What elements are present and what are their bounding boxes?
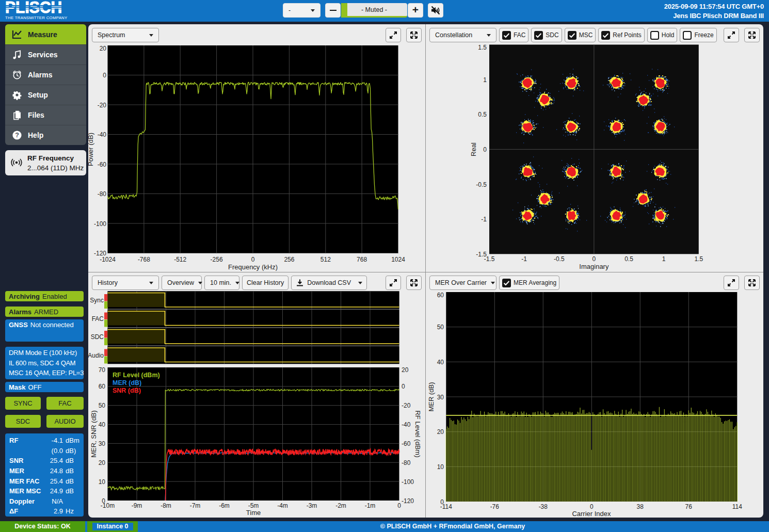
svg-text:-0.5: -0.5 xyxy=(554,255,565,263)
svg-text:0: 0 xyxy=(103,72,106,79)
svg-text:-6m: -6m xyxy=(219,502,230,509)
svg-text:Real: Real xyxy=(470,142,477,156)
svg-text:20: 20 xyxy=(402,366,409,374)
svg-text:-2m: -2m xyxy=(335,502,346,509)
svg-text:40: 40 xyxy=(437,359,444,366)
svg-text:114: 114 xyxy=(732,503,742,510)
svg-text:-114: -114 xyxy=(440,503,452,510)
svg-text:RF Level (dBm): RF Level (dBm) xyxy=(414,410,422,457)
svg-text:Carrier Index: Carrier Index xyxy=(572,510,611,518)
svg-text:SNR (dB): SNR (dB) xyxy=(113,387,141,394)
svg-text:FAC: FAC xyxy=(92,315,104,323)
svg-text:768: 768 xyxy=(357,256,367,263)
svg-text:-9m: -9m xyxy=(132,502,142,509)
svg-text:1024: 1024 xyxy=(391,256,405,263)
svg-text:Audio: Audio xyxy=(88,352,104,359)
svg-text:60: 60 xyxy=(99,383,106,390)
svg-text:70: 70 xyxy=(99,366,106,374)
svg-text:Sync: Sync xyxy=(90,297,104,304)
svg-text:0.5: 0.5 xyxy=(478,111,487,118)
svg-text:10: 10 xyxy=(99,478,106,486)
svg-text:-80: -80 xyxy=(98,190,107,198)
svg-text:10: 10 xyxy=(437,463,444,471)
svg-text:Frequency (kHz): Frequency (kHz) xyxy=(228,263,278,271)
svg-text:-3m: -3m xyxy=(307,502,317,509)
svg-text:-1m: -1m xyxy=(365,502,376,509)
svg-text:1.5: 1.5 xyxy=(694,255,703,263)
svg-text:-1: -1 xyxy=(521,255,527,263)
svg-text:-1: -1 xyxy=(481,216,487,223)
svg-text:-8m: -8m xyxy=(161,502,171,509)
svg-text:-40: -40 xyxy=(98,131,107,138)
svg-text:-80: -80 xyxy=(402,459,411,466)
svg-text:256: 256 xyxy=(284,256,294,263)
svg-text:20: 20 xyxy=(437,428,444,436)
svg-text:-10m: -10m xyxy=(101,502,115,509)
svg-text:-60: -60 xyxy=(98,161,107,168)
svg-text:1: 1 xyxy=(662,255,666,263)
svg-text:-768: -768 xyxy=(138,256,150,263)
svg-text:1: 1 xyxy=(483,76,487,84)
svg-text:-5m: -5m xyxy=(248,502,259,509)
svg-text:SDC: SDC xyxy=(91,333,104,341)
svg-text:76: 76 xyxy=(685,503,693,510)
svg-text:0: 0 xyxy=(402,383,405,390)
svg-text:-120: -120 xyxy=(402,497,414,505)
svg-text:Time: Time xyxy=(246,509,261,517)
svg-text:40: 40 xyxy=(99,421,106,428)
svg-text:-60: -60 xyxy=(402,440,411,447)
svg-text:38: 38 xyxy=(637,503,644,510)
svg-text:30: 30 xyxy=(99,440,106,447)
svg-text:20: 20 xyxy=(100,45,107,52)
svg-text:-76: -76 xyxy=(490,503,500,510)
svg-text:0: 0 xyxy=(251,256,255,263)
svg-text:50: 50 xyxy=(437,324,444,331)
svg-text:0: 0 xyxy=(590,503,594,510)
svg-text:20: 20 xyxy=(99,459,106,466)
svg-text:0: 0 xyxy=(397,502,401,509)
svg-text:512: 512 xyxy=(321,256,331,263)
svg-text:0.5: 0.5 xyxy=(624,255,633,263)
svg-text:-40: -40 xyxy=(402,421,411,428)
svg-text:-0.5: -0.5 xyxy=(476,181,487,188)
svg-text:60: 60 xyxy=(437,292,444,299)
svg-text:-20: -20 xyxy=(98,102,107,109)
svg-text:0: 0 xyxy=(592,255,596,263)
svg-text:50: 50 xyxy=(99,402,106,409)
svg-text:-512: -512 xyxy=(174,256,186,263)
svg-text:-20: -20 xyxy=(402,402,411,409)
svg-text:-1.5: -1.5 xyxy=(484,255,495,263)
svg-text:1.5: 1.5 xyxy=(478,44,487,51)
svg-text:-1024: -1024 xyxy=(100,256,116,263)
svg-text:MER (dB): MER (dB) xyxy=(427,382,435,411)
svg-text:MER (dB): MER (dB) xyxy=(113,379,141,386)
svg-text:-7m: -7m xyxy=(190,502,201,509)
svg-text:Imaginary: Imaginary xyxy=(579,263,609,270)
svg-text:-4m: -4m xyxy=(277,502,288,509)
svg-text:RF Level (dBm): RF Level (dBm) xyxy=(113,372,160,379)
svg-text:MER, SNR (dB): MER, SNR (dB) xyxy=(90,410,98,458)
svg-text:?: ? xyxy=(15,132,19,139)
svg-text:-256: -256 xyxy=(211,256,223,263)
svg-text:0: 0 xyxy=(483,146,487,153)
svg-text:-100: -100 xyxy=(402,478,414,486)
svg-text:-38: -38 xyxy=(539,503,548,510)
svg-text:-100: -100 xyxy=(94,220,106,228)
svg-text:Power (dB): Power (dB) xyxy=(88,133,94,166)
svg-text:30: 30 xyxy=(437,394,444,401)
